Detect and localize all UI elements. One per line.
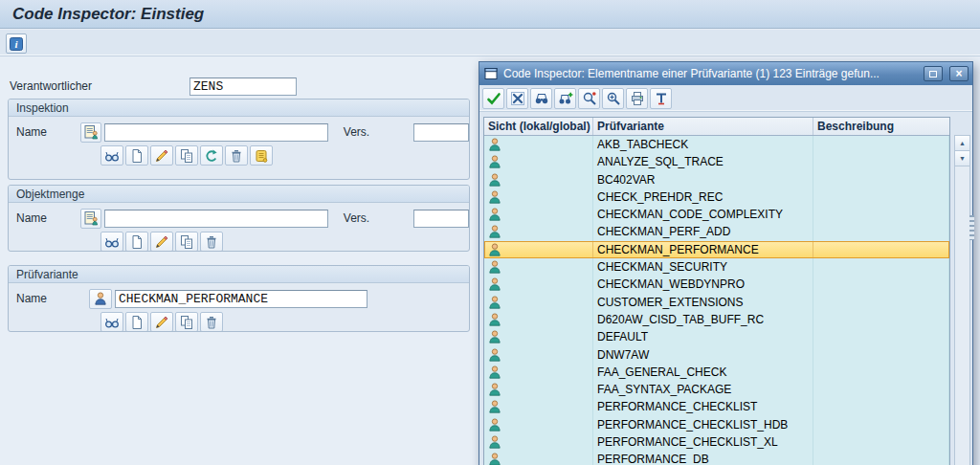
table-row[interactable]: DNW7AW [484, 346, 949, 364]
column-header-sicht[interactable]: Sicht (lokal/global) [484, 118, 593, 135]
create-button[interactable] [125, 232, 148, 252]
delete-button[interactable] [225, 145, 248, 166]
pruefvariante-cell: CUSTOMER_EXTENSIONS [593, 294, 813, 311]
column-header-beschreibung[interactable]: Beschreibung [813, 118, 949, 135]
table-row[interactable]: BC402VAR [484, 171, 949, 188]
delete-button[interactable] [200, 312, 223, 332]
own-variants-icon [93, 291, 108, 306]
log-button[interactable] [250, 145, 273, 166]
find-next-button[interactable] [554, 88, 576, 109]
value-help-dialog: Code Inspector: Elementname einer Prüfva… [479, 61, 973, 465]
scroll-down-button[interactable]: ▼ [955, 151, 969, 166]
table-row[interactable]: FAA_SYNTAX_PACKAGE [484, 381, 949, 398]
delete-icon [229, 148, 244, 164]
cancel-button[interactable] [506, 88, 528, 109]
create-button[interactable] [125, 145, 148, 166]
resize-grip[interactable] [969, 215, 974, 240]
variant-actions-row [100, 312, 469, 332]
pruefvariante-cell: DEFAULT [593, 328, 813, 345]
table-row[interactable]: FAA_GENERAL_CHECK [484, 364, 949, 381]
pruefvariante-cell: DNW7AW [593, 346, 813, 364]
sicht-cell [484, 294, 593, 311]
objectset-name-row: Name Vers. [16, 208, 469, 229]
dialog-titlebar[interactable]: Code Inspector: Elementname einer Prüfva… [479, 62, 972, 85]
user-icon [487, 172, 502, 188]
beschreibung-cell [813, 206, 949, 223]
table-row[interactable]: ANALYZE_SQL_TRACE [484, 153, 949, 170]
table-row[interactable]: PERFORMANCE_CHECKLIST_XL [484, 433, 949, 451]
delete-button[interactable] [200, 232, 223, 252]
objectset-vers-input[interactable] [413, 210, 469, 228]
inspection-name-input[interactable] [104, 123, 328, 142]
pruefvariante-cell: FAA_SYNTAX_PACKAGE [593, 381, 813, 398]
log-icon [254, 148, 269, 164]
own-inspections-button[interactable] [80, 122, 100, 143]
beschreibung-cell [813, 416, 949, 433]
display-button[interactable] [100, 312, 123, 332]
scroll-up-button[interactable]: ▲ [955, 136, 969, 151]
user-icon [487, 189, 502, 205]
create-button[interactable] [125, 312, 148, 332]
table-row[interactable]: PERFORMANCE_CHECKLIST [484, 398, 949, 415]
continue-button[interactable] [482, 88, 504, 109]
copy-button[interactable] [175, 312, 198, 332]
continue-icon [486, 91, 501, 106]
change-button[interactable] [150, 312, 173, 332]
table-row[interactable]: D620AW_CISD_TAB_BUFF_RC [484, 311, 949, 328]
delete-icon [204, 315, 219, 330]
copy-button[interactable] [175, 145, 198, 166]
beschreibung-cell [813, 381, 949, 398]
table-row[interactable]: CHECKMAN_WEBDYNPRO [484, 276, 949, 293]
change-button[interactable] [150, 232, 173, 252]
search-help-button[interactable] [578, 88, 600, 109]
own-objectsets-icon [83, 210, 99, 226]
window-titlebar: Code Inspector: Einstieg [0, 0, 980, 29]
variant-name-input[interactable] [115, 290, 368, 308]
display-button[interactable] [100, 232, 123, 252]
restore-button[interactable] [200, 145, 223, 166]
table-row[interactable]: CHECKMAN_PERF_ADD [484, 223, 949, 240]
display-button[interactable] [100, 145, 123, 166]
pruefvariante-cell: CHECK_PREHDR_REC [593, 188, 813, 206]
inspection-name-row: Name Vers. [16, 122, 469, 143]
table-row[interactable]: CUSTOMER_EXTENSIONS [484, 294, 949, 311]
group-pruefvariante-title: Prüfvariante [9, 266, 469, 283]
info-button[interactable]: i [6, 33, 27, 54]
find-button[interactable] [530, 88, 552, 109]
personal-list-button[interactable] [650, 88, 672, 109]
group-inspektion: Inspektion Name Vers. [8, 99, 470, 180]
pruefvariante-cell: CHECKMAN_SECURITY [593, 258, 813, 276]
close-button[interactable]: × [949, 66, 969, 81]
table-row[interactable]: PERFORMANCE_DB [484, 451, 949, 465]
beschreibung-cell [813, 276, 949, 293]
own-objectsets-button[interactable] [80, 209, 100, 229]
sicht-cell [484, 153, 593, 170]
pruefvariante-cell: CHECKMAN_WEBDYNPRO [593, 276, 813, 293]
table-row[interactable]: CHECKMAN_CODE_COMPLEXITY [484, 206, 949, 223]
copy-button[interactable] [175, 232, 198, 252]
table-scrollbar[interactable]: ▲ ▼ [954, 135, 970, 465]
table-row[interactable]: AKB_TABCHECK [484, 136, 949, 153]
create-icon [129, 234, 145, 250]
table-row[interactable]: DEFAULT [484, 328, 949, 345]
maximize-button[interactable] [924, 66, 943, 81]
pruefvariante-cell: PERFORMANCE_CHECKLIST_XL [593, 433, 813, 451]
table-row[interactable]: CHECK_PREHDR_REC [484, 188, 949, 206]
owner-input[interactable] [189, 78, 297, 96]
magnify-button[interactable] [602, 88, 624, 109]
inspection-vers-input[interactable] [413, 123, 469, 142]
table-row[interactable]: PERFORMANCE_CHECKLIST_HDB [484, 416, 949, 433]
table-row[interactable]: CHECKMAN_PERFORMANCE [484, 241, 949, 258]
table-row[interactable]: CHECKMAN_SECURITY [484, 258, 949, 276]
column-header-pruefvariante[interactable]: Prüfvariante [593, 118, 813, 135]
delete-icon [204, 234, 219, 250]
print-button[interactable] [626, 88, 648, 109]
print-icon [630, 91, 645, 106]
sicht-cell [484, 136, 593, 153]
user-icon [487, 452, 502, 465]
own-variants-button[interactable] [89, 289, 112, 309]
change-button[interactable] [150, 145, 173, 166]
objectset-name-input[interactable] [104, 210, 328, 228]
sicht-cell [484, 346, 593, 364]
sicht-cell [484, 206, 593, 223]
